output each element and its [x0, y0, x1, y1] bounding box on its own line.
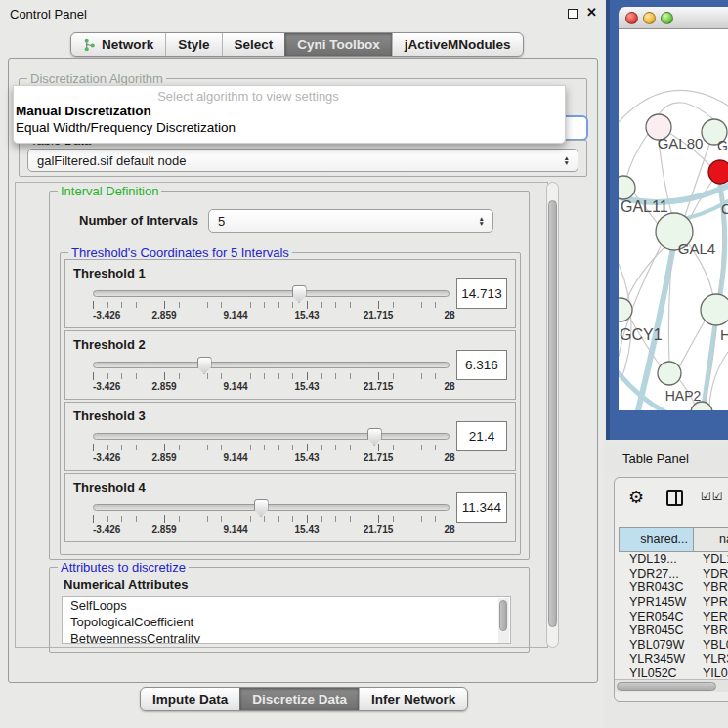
table-horizontal-scrollbar[interactable]: [615, 679, 728, 692]
tick-label: 21.715: [364, 524, 394, 535]
threshold-2-slider[interactable]: [93, 362, 450, 368]
table-header: shared... na: [619, 527, 728, 552]
node-gal11[interactable]: [619, 176, 635, 199]
thresholds-group: Threshold's Coordinates for 5 Intervals …: [60, 252, 521, 555]
node-h[interactable]: [701, 294, 728, 325]
tick-label: 28: [444, 524, 454, 535]
mac-minimize-icon[interactable]: [643, 12, 656, 24]
table-panel-title: Table Panel: [622, 451, 689, 466]
tick-label: 15.43: [294, 310, 319, 321]
top-tabstrip: Network Style Select Cyni Toolbox jActiv…: [70, 32, 524, 57]
tick-label: 9.144: [223, 381, 247, 392]
stepper-icon: ▲▼: [564, 155, 570, 165]
threshold-1-panel: Threshold 1 -3.426 2.859 9.144 15.43 21.…: [64, 259, 516, 328]
node-gcy1[interactable]: [619, 298, 632, 321]
network-canvas[interactable]: GAL80 GA C GAL11 GAL4 GCY1 H HAP2: [619, 29, 728, 410]
mac-close-icon[interactable]: [625, 12, 638, 24]
slider-thumb[interactable]: [367, 428, 382, 446]
num-intervals-label: Number of Intervals: [79, 213, 198, 228]
tick-label: 21.715: [364, 452, 394, 463]
slider-thumb[interactable]: [197, 357, 212, 374]
list-scrollbar[interactable]: [498, 598, 509, 644]
right-pane: GAL80 GA C GAL11 GAL4 GCY1 H HAP2 Table …: [606, 0, 728, 728]
table-data-combobox[interactable]: galFiltered.sif default node ▲▼: [27, 149, 578, 172]
tick-label: 21.715: [364, 310, 394, 321]
table-row[interactable]: YBL079WYBL0: [619, 638, 728, 653]
gear-icon[interactable]: ⚙: [628, 488, 644, 507]
node-hap2[interactable]: [658, 362, 681, 385]
thresholds-group-title: Threshold's Coordinates for 5 Intervals: [68, 245, 292, 260]
settings-scrollbar[interactable]: [546, 182, 559, 648]
slider-thumb[interactable]: [292, 285, 307, 303]
float-icon[interactable]: [568, 9, 578, 19]
table-row[interactable]: YDL19...YDL1: [619, 552, 728, 567]
tick-label: 21.715: [364, 381, 394, 392]
tick-label: 15.43: [294, 381, 319, 392]
settings-viewport: Interval Definition Number of Intervals …: [15, 182, 548, 648]
list-item[interactable]: TopologicalCoefficient: [63, 614, 510, 630]
column-header-name[interactable]: na: [694, 527, 728, 552]
threshold-4-slider[interactable]: [93, 504, 450, 511]
tab-select[interactable]: Select: [222, 33, 285, 56]
tick-label: 28: [444, 310, 454, 321]
node-red[interactable]: [708, 160, 728, 184]
close-icon[interactable]: ✕: [586, 5, 597, 20]
numerical-attributes-label: Numerical Attributes: [64, 578, 188, 592]
tick-label: -3.426: [93, 452, 120, 463]
threshold-3-slider[interactable]: [93, 433, 450, 440]
threshold-3-label: Threshold 3: [73, 408, 146, 423]
node-label-h: H: [720, 326, 728, 343]
node-label-c: C: [721, 201, 728, 217]
list-item[interactable]: BetweennessCentrality: [63, 630, 510, 644]
tick-label: 9.144: [223, 524, 247, 535]
tick-marks: [93, 373, 450, 379]
tab-infer-network[interactable]: Infer Network: [359, 688, 467, 710]
threshold-1-slider[interactable]: [93, 290, 450, 297]
slider-thumb[interactable]: [254, 499, 269, 517]
tab-discretize-data[interactable]: Discretize Data: [239, 688, 359, 710]
interval-group-title: Interval Definition: [58, 184, 161, 198]
cyni-main-panel: Discretization Algorithm Select algorith…: [8, 58, 598, 683]
algorithm-group-title: Discretization Algorithm: [27, 71, 166, 86]
tick-label: 2.859: [151, 310, 176, 321]
threshold-3-value-field[interactable]: 21.4: [456, 421, 507, 451]
threshold-4-value-field[interactable]: 11.344: [456, 492, 507, 523]
interval-definition-group: Interval Definition Number of Intervals …: [49, 191, 530, 560]
attributes-group-title: Attributes to discretize: [58, 560, 189, 575]
tab-network[interactable]: Network: [71, 33, 165, 56]
tab-style[interactable]: Style: [165, 33, 221, 56]
dropdown-item-equal-width[interactable]: Equal Width/Frequency Discretization: [16, 120, 236, 135]
tick-label: 28: [444, 452, 454, 463]
threshold-3-panel: Threshold 3 -3.426 2.859 9.144 15.43 21.…: [64, 402, 516, 471]
dropdown-item-manual[interactable]: Manual Discretization: [16, 104, 151, 118]
table-row[interactable]: YLR345WYLR3: [619, 652, 728, 666]
table-row[interactable]: YBR043CYBR0: [619, 580, 728, 595]
table-toolbar: ⚙ ☑☑: [615, 478, 728, 521]
threshold-2-value-field[interactable]: 6.316: [456, 350, 507, 380]
select-checkboxes-icon[interactable]: ☑☑: [701, 490, 724, 503]
table-data-group: Table Data galFiltered.sif default node …: [19, 140, 587, 177]
tab-impute-data[interactable]: Impute Data: [141, 688, 239, 710]
tab-cyni-toolbox[interactable]: Cyni Toolbox: [284, 33, 392, 56]
table-row[interactable]: YPR145WYPR1: [619, 595, 728, 610]
list-item[interactable]: SelfLoops: [63, 597, 510, 614]
table-row[interactable]: YBR045CYBR0: [619, 623, 728, 638]
tick-label: 2.859: [151, 381, 176, 392]
control-panel-titlebar: Control Panel ✕: [0, 0, 604, 27]
table-row[interactable]: YDR27...YDR2: [619, 567, 728, 581]
tick-marks: [93, 516, 450, 522]
tick-label: 15.43: [294, 452, 319, 463]
tick-label: 9.144: [223, 310, 247, 321]
network-view-window: GAL80 GA C GAL11 GAL4 GCY1 H HAP2: [606, 0, 728, 440]
mac-zoom-icon[interactable]: [661, 12, 673, 24]
columns-icon[interactable]: [666, 490, 683, 506]
table-row[interactable]: YIL052CYIL0: [619, 666, 728, 677]
table-row[interactable]: YER054CYER0: [619, 609, 728, 623]
threshold-4-panel: Threshold 4 -3.426 2.859 9.144 15.43 21.…: [64, 473, 516, 542]
tab-jactivemnodules[interactable]: jActiveMNodules: [392, 33, 523, 56]
column-header-shared[interactable]: shared...: [619, 527, 694, 552]
node-label-ga: GA: [717, 138, 728, 153]
tick-label: 2.859: [151, 524, 176, 535]
num-intervals-combobox[interactable]: 5 ▲▼: [208, 209, 493, 233]
threshold-1-value-field[interactable]: 14.713: [456, 278, 507, 309]
